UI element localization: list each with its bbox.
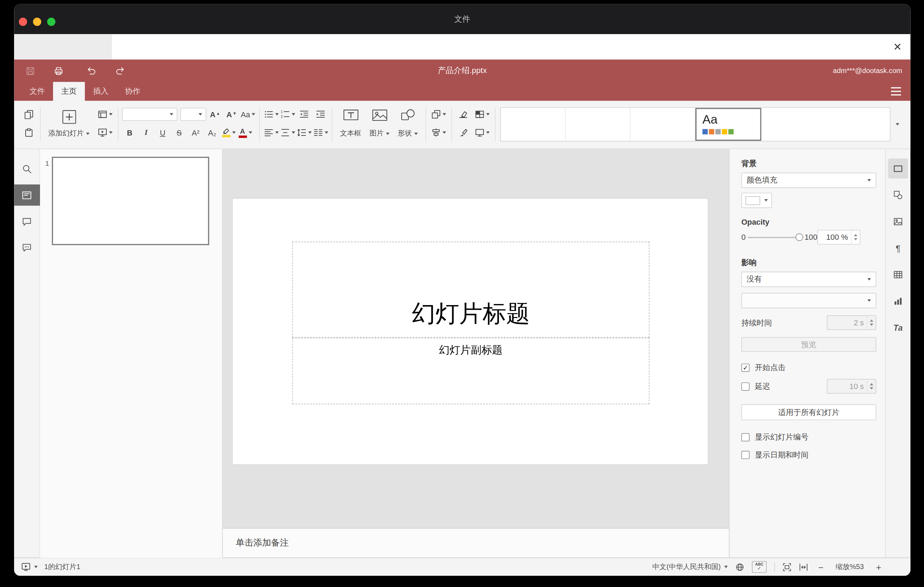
copy-style-button[interactable] [456, 126, 471, 140]
zoom-out-button[interactable]: − [815, 562, 826, 572]
opacity-slider[interactable] [748, 233, 802, 242]
theme-tile[interactable] [566, 108, 630, 141]
background-fill-value: 颜色填充 [747, 175, 777, 186]
document-language-button[interactable] [736, 562, 744, 571]
menu-button[interactable] [888, 85, 904, 98]
change-layout-button[interactable] [96, 107, 114, 121]
theme-tile-selected[interactable]: Aa [695, 108, 761, 141]
delay-label: 延迟 [755, 381, 770, 391]
image-settings-button[interactable] [888, 212, 908, 232]
line-spacing-button[interactable] [296, 126, 312, 140]
font-color-button[interactable]: A [237, 126, 253, 140]
font-name-input[interactable] [122, 108, 177, 121]
tab-file[interactable]: 文件 [21, 82, 53, 101]
spellcheck-button[interactable]: ABC✓ [752, 561, 767, 573]
copy-button[interactable] [21, 107, 36, 121]
slides-panel-button[interactable] [14, 184, 40, 205]
decrease-font-button[interactable]: A▼ [224, 107, 239, 121]
table-settings-button[interactable] [888, 265, 908, 285]
redo-button[interactable] [112, 63, 127, 79]
strikethrough-button[interactable]: S [171, 126, 187, 140]
title-placeholder[interactable]: 幻灯片标题 [292, 242, 650, 338]
font-size-input[interactable] [180, 108, 206, 121]
chat-button[interactable] [14, 237, 40, 257]
start-slideshow-button[interactable] [96, 126, 114, 140]
paste-button[interactable] [21, 126, 36, 140]
start-on-click-checkbox[interactable]: ✓ [741, 364, 750, 372]
increase-font-button[interactable]: A▲ [208, 107, 223, 121]
theme-gallery-expand-button[interactable] [890, 107, 904, 141]
increase-indent-button[interactable] [313, 107, 328, 121]
subtitle-placeholder[interactable]: 幻灯片副标题 [292, 338, 650, 404]
superscript-button[interactable]: A² [188, 126, 203, 140]
insert-shape-button[interactable]: 形状 [394, 107, 422, 141]
show-slide-number-checkbox[interactable] [741, 433, 750, 442]
spinner-arrows[interactable] [851, 230, 860, 244]
slide-size-button[interactable] [473, 126, 492, 140]
columns-button[interactable] [313, 126, 328, 140]
spinner-arrows[interactable] [867, 316, 876, 330]
svg-text:2: 2 [280, 115, 282, 119]
underline-button[interactable]: U [155, 126, 170, 140]
apply-all-slides-button[interactable]: 适用于所有幻灯片 [741, 404, 876, 420]
notes-area[interactable]: 单击添加备注 [223, 528, 729, 557]
arrange-shape-button[interactable] [430, 107, 448, 121]
theme-tile[interactable] [761, 108, 890, 141]
spinner-arrows[interactable] [867, 379, 876, 393]
tab-collaboration[interactable]: 协作 [117, 82, 148, 101]
bold-button[interactable]: B [122, 126, 137, 140]
undo-button[interactable] [84, 63, 99, 79]
close-preview-button[interactable]: × [889, 38, 906, 55]
print-button[interactable] [51, 63, 66, 79]
theme-sample-text: Aa [703, 113, 718, 127]
transition-type-select[interactable] [741, 293, 876, 308]
numbering-button[interactable]: 12 [280, 107, 295, 121]
zoom-in-button[interactable]: + [873, 562, 884, 572]
add-slide-button[interactable]: 添加幻灯片 [44, 107, 94, 141]
chart-settings-button[interactable] [888, 291, 908, 311]
search-button[interactable] [14, 159, 40, 179]
save-button[interactable] [23, 63, 38, 79]
clear-style-button[interactable] [456, 107, 471, 121]
textart-settings-button[interactable]: Ta [888, 318, 908, 338]
duration-input[interactable]: 2 s [827, 315, 876, 330]
slide-thumbnail-1[interactable] [52, 157, 209, 245]
theme-tile[interactable] [501, 108, 566, 141]
bullets-button[interactable] [263, 107, 279, 121]
transition-effect-select[interactable]: 没有 [741, 272, 876, 287]
subscript-button[interactable]: A₂ [204, 126, 220, 140]
preview-button[interactable]: 预览 [741, 337, 876, 352]
opacity-input[interactable]: 100 % [817, 230, 860, 245]
change-case-button[interactable]: Aa [241, 107, 256, 121]
tab-insert[interactable]: 插入 [85, 82, 117, 101]
decrease-indent-button[interactable] [296, 107, 312, 121]
delay-input[interactable]: 10 s [827, 379, 876, 394]
tab-home[interactable]: 主页 [53, 82, 85, 101]
insert-image-button[interactable]: 图片 [365, 107, 394, 141]
background-fill-select[interactable]: 颜色填充 [741, 173, 876, 188]
fit-slide-button[interactable] [782, 562, 791, 571]
highlight-color-button[interactable] [221, 126, 236, 140]
slide-settings-button[interactable] [888, 159, 908, 179]
slider-knob[interactable] [795, 233, 803, 241]
slide-settings-icon [893, 164, 903, 173]
start-slideshow-status-button[interactable] [21, 562, 31, 572]
italic-button[interactable]: I [138, 126, 154, 140]
color-scheme-button[interactable] [473, 107, 492, 121]
background-color-picker[interactable] [741, 193, 772, 208]
horizontal-align-button[interactable] [263, 126, 279, 140]
align-shape-button[interactable] [430, 126, 448, 140]
theme-tile[interactable] [630, 108, 695, 141]
delay-checkbox[interactable] [741, 383, 750, 391]
comments-button[interactable] [14, 212, 40, 232]
paragraph-settings-button[interactable]: ¶ [888, 238, 908, 258]
insert-textbox-button[interactable]: 文本框 [336, 107, 365, 141]
slideshow-options-button[interactable] [34, 566, 38, 568]
background-label: 背景 [741, 159, 876, 169]
show-date-time-checkbox[interactable] [741, 451, 750, 459]
language-selector[interactable]: 中文(中华人民共和国) [652, 562, 728, 572]
fit-width-button[interactable] [799, 562, 808, 571]
opacity-label: Opacity [741, 217, 876, 226]
vertical-align-button[interactable] [280, 126, 295, 140]
shape-settings-button[interactable] [888, 185, 908, 205]
